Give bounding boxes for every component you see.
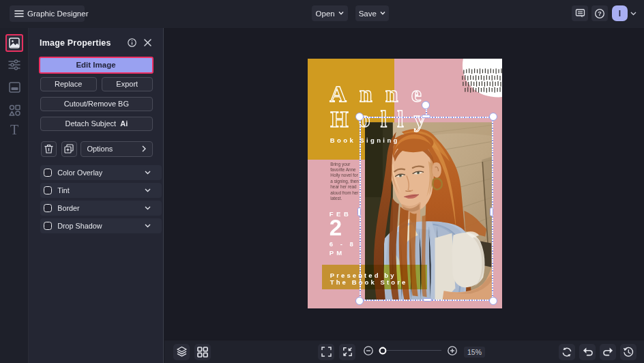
svg-text:?: ? <box>598 10 602 17</box>
